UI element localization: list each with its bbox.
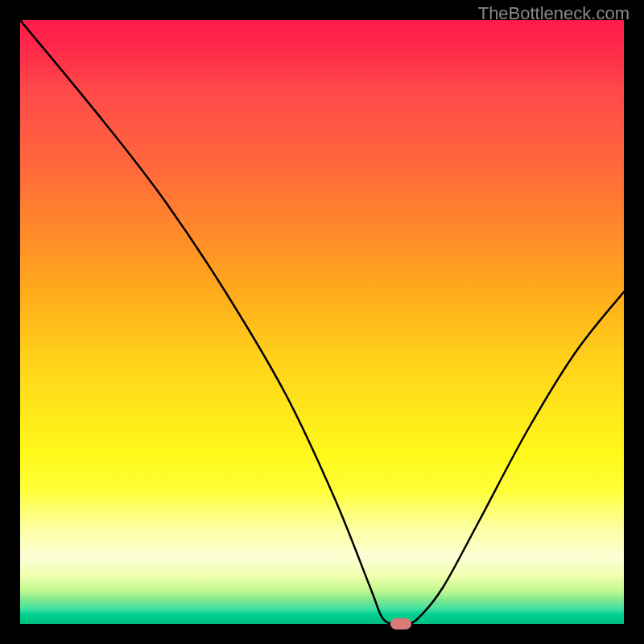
watermark-text: TheBottleneck.com — [478, 3, 630, 24]
optimal-point-marker — [390, 618, 411, 630]
chart-plot-area — [20, 20, 624, 624]
bottleneck-curve — [20, 20, 624, 624]
